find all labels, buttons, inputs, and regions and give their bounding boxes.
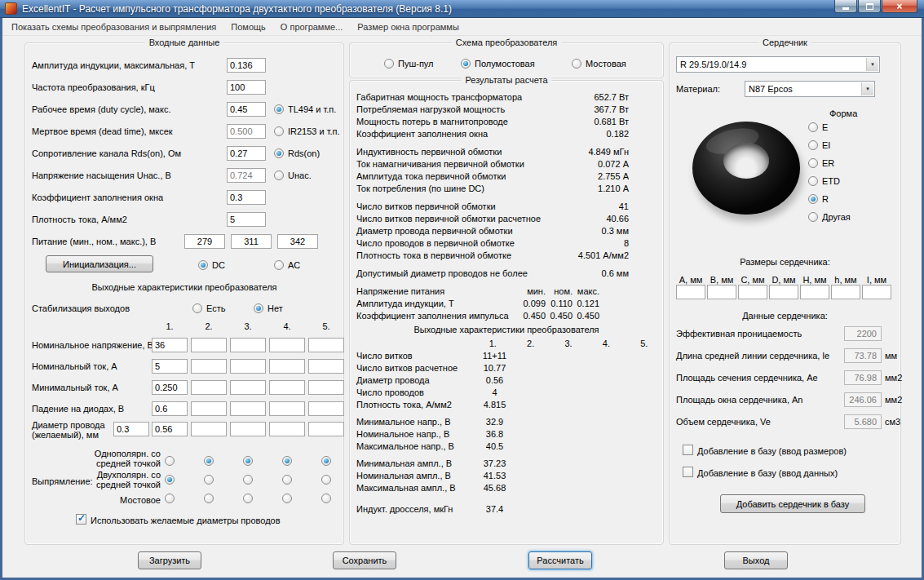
min-current-input-3[interactable] <box>230 380 266 395</box>
rect-unipolar-col4-radio[interactable] <box>282 456 292 466</box>
dim-h-small-input[interactable] <box>831 285 860 299</box>
wire-diameter-input-3[interactable] <box>230 422 266 436</box>
ac-radio[interactable]: AC <box>274 259 300 271</box>
calculate-button[interactable]: Рассчитать <box>528 551 592 569</box>
field-label: Сопротивление канала Rds(on), Ом <box>32 148 181 158</box>
induction-amplitude-input[interactable] <box>227 58 266 73</box>
supply-nom-input[interactable] <box>231 234 272 249</box>
push-pull-radio[interactable]: Пуш-пул <box>384 58 434 69</box>
rdson-radio[interactable]: Rds(on) <box>274 148 320 159</box>
rect-bipolar-col4-radio[interactable] <box>282 475 292 485</box>
rect-unipolar-col5-radio[interactable] <box>321 456 331 466</box>
add-by-data-checkbox[interactable] <box>683 467 693 477</box>
close-button[interactable]: × <box>882 0 917 13</box>
nominal-current-input-4[interactable] <box>269 359 305 374</box>
shape-e-radio[interactable]: E <box>808 122 828 133</box>
nominal-voltage-input-1[interactable] <box>152 338 188 352</box>
dim-h-big-input[interactable] <box>800 285 829 299</box>
minimize-button[interactable] <box>834 0 857 13</box>
dim-i-input[interactable] <box>862 285 891 299</box>
unas-radio[interactable]: Uнас. <box>274 170 312 181</box>
exit-button[interactable]: Выход <box>724 551 788 569</box>
shape-etd-radio[interactable]: ETD <box>808 175 840 187</box>
material-select[interactable]: N87 Epcos ▼ <box>745 81 875 97</box>
min-current-input-4[interactable] <box>269 380 305 395</box>
rect-unipolar-col2-radio[interactable] <box>204 456 214 466</box>
result-value: 0.121 <box>573 299 599 308</box>
col-header-1: 1. <box>152 321 188 331</box>
dead-time-input[interactable] <box>227 124 266 139</box>
diode-drop-input-3[interactable] <box>230 401 266 416</box>
dc-radio[interactable]: DC <box>198 259 225 271</box>
rds-on-input[interactable] <box>227 146 266 161</box>
bridge-radio[interactable]: Мостовая <box>572 58 626 69</box>
wire-diameter-input-5[interactable] <box>308 422 344 436</box>
init-button[interactable]: Инициализация... <box>46 255 153 272</box>
diode-drop-input-4[interactable] <box>269 401 305 416</box>
menu-show-schemes[interactable]: Показать схемы преобразования и выпрямле… <box>11 22 216 32</box>
shape-other-radio[interactable]: Другая <box>808 211 851 223</box>
rect-bridge-col2-radio[interactable] <box>204 494 214 503</box>
use-desired-diameters-checkbox[interactable] <box>76 514 86 525</box>
supply-min-input[interactable] <box>184 234 225 249</box>
nominal-current-input-1[interactable] <box>152 359 188 374</box>
rect-bipolar-col2-radio[interactable] <box>204 475 214 485</box>
min-current-input-2[interactable] <box>191 380 227 395</box>
window-fill-factor-input[interactable] <box>227 190 266 205</box>
core-select[interactable]: R 29.5/19.0/14.9 ▼ <box>676 56 880 73</box>
rect-bridge-col4-radio[interactable] <box>282 494 292 503</box>
rect-unipolar-col3-radio[interactable] <box>243 456 253 466</box>
rect-unipolar-col1-radio[interactable] <box>165 456 175 466</box>
wire-diameter-desired-input[interactable] <box>113 422 149 436</box>
rect-bridge-col5-radio[interactable] <box>321 494 331 503</box>
frequency-input[interactable] <box>227 80 266 95</box>
rect-bridge-col3-radio[interactable] <box>243 494 253 503</box>
diode-drop-input-1[interactable] <box>152 401 188 416</box>
stab-yes-radio[interactable]: Есть <box>192 303 225 314</box>
rect-bridge-col1-radio[interactable] <box>165 494 175 503</box>
shape-ei-radio[interactable]: EI <box>808 139 830 151</box>
shape-er-radio[interactable]: ER <box>808 157 834 169</box>
dim-a-input[interactable] <box>676 285 705 299</box>
rect-bipolar-col3-radio[interactable] <box>243 475 253 485</box>
half-bridge-radio[interactable]: Полумостовая <box>461 58 535 69</box>
ir2153-radio[interactable]: IR2153 и т.п. <box>274 126 340 137</box>
diode-drop-input-2[interactable] <box>191 401 227 416</box>
nominal-voltage-input-4[interactable] <box>269 338 305 352</box>
diode-drop-input-5[interactable] <box>308 401 344 416</box>
save-button[interactable]: Сохранить <box>333 551 396 569</box>
field-label: Коэффициент заполнения окна <box>32 193 163 202</box>
dim-d-input[interactable] <box>769 285 798 299</box>
usat-voltage-input[interactable] <box>227 168 266 183</box>
wire-diameter-input-2[interactable] <box>191 422 227 436</box>
dim-b-input[interactable] <box>707 285 736 299</box>
wire-diameter-input-1[interactable] <box>152 422 188 436</box>
min-current-input-1[interactable] <box>152 380 188 395</box>
nominal-current-input-5[interactable] <box>308 359 344 374</box>
maximize-button[interactable] <box>858 0 881 13</box>
dim-c-input[interactable] <box>738 285 767 299</box>
rect-bipolar-col1-radio[interactable] <box>165 475 175 485</box>
supply-max-input[interactable] <box>277 234 318 249</box>
nominal-voltage-input-5[interactable] <box>308 338 344 352</box>
min-current-input-5[interactable] <box>308 380 344 395</box>
unit-label: см3 <box>885 417 900 427</box>
add-by-size-checkbox[interactable] <box>683 445 693 455</box>
nominal-current-input-2[interactable] <box>191 359 227 374</box>
menu-about[interactable]: О программе... <box>281 22 343 32</box>
nominal-voltage-input-3[interactable] <box>230 338 266 352</box>
add-core-button[interactable]: Добавить сердечник в базу <box>720 494 865 513</box>
tl494-radio[interactable]: TL494 и т.п. <box>274 104 336 115</box>
stab-no-radio[interactable]: Нет <box>254 303 283 314</box>
menu-help[interactable]: Помощь <box>231 22 266 32</box>
duty-cycle-input[interactable] <box>227 102 266 117</box>
rect-bipolar-col5-radio[interactable] <box>321 475 331 485</box>
nominal-voltage-input-2[interactable] <box>191 338 227 352</box>
shape-r-radio[interactable]: R <box>808 193 829 205</box>
nominal-current-input-3[interactable] <box>230 359 266 374</box>
core-panel: Сердечник R 29.5/19.0/14.9 ▼ Материал: N… <box>669 42 901 545</box>
load-button[interactable]: Загрузить <box>138 551 201 569</box>
current-density-input[interactable] <box>227 212 266 227</box>
menu-window-size[interactable]: Размер окна программы <box>357 22 459 32</box>
wire-diameter-input-4[interactable] <box>269 422 305 436</box>
